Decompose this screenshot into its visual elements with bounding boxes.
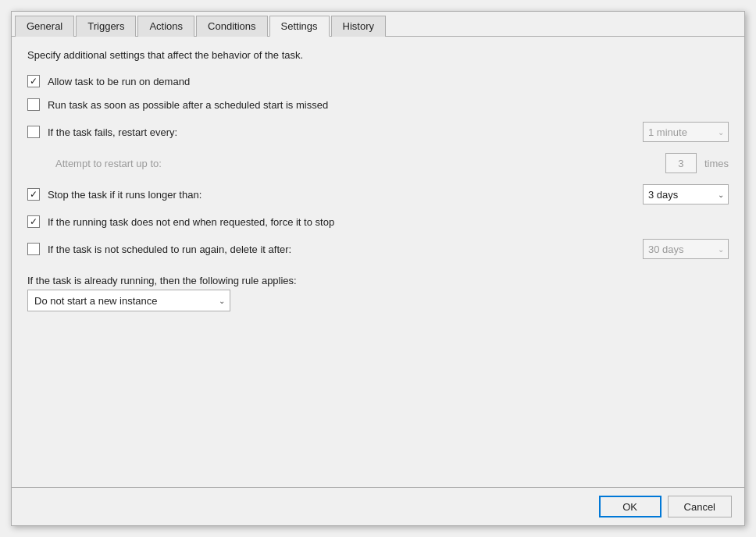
dropdown-stop-duration-value: 3 days <box>648 189 678 201</box>
checkbox-delete-after[interactable] <box>27 243 40 255</box>
tab-general[interactable]: General <box>15 16 74 37</box>
chevron-down-icon: ⌄ <box>718 128 724 137</box>
settings-content: Specify additional settings that affect … <box>12 37 744 487</box>
chevron-down-icon: ⌄ <box>718 190 724 199</box>
number-input-attempts[interactable] <box>665 153 697 173</box>
checkbox-allow-run[interactable] <box>27 75 40 87</box>
dropdown-restart-interval[interactable]: 1 minute ⌄ <box>643 122 729 142</box>
setting-row-restart: If the task fails, restart every: 1 minu… <box>27 122 729 142</box>
dropdown-stop-duration[interactable]: 3 days ⌄ <box>643 184 729 204</box>
tab-actions[interactable]: Actions <box>137 16 194 37</box>
dropdown-delete-duration[interactable]: 30 days ⌄ <box>643 239 729 259</box>
dropdown-instance-rule-value: Do not start a new instance <box>34 295 158 307</box>
label-delete-after: If the task is not scheduled to run agai… <box>48 244 635 255</box>
setting-row-run-missed: Run task as soon as possible after a sch… <box>27 98 729 111</box>
label-stop-longer: Stop the task if it runs longer than: <box>48 189 635 201</box>
times-label: times <box>704 158 729 169</box>
tab-history[interactable]: History <box>331 16 386 37</box>
ok-button[interactable]: OK <box>599 496 662 517</box>
cancel-button[interactable]: Cancel <box>668 496 732 517</box>
label-restart: If the task fails, restart every: <box>48 126 635 138</box>
bottom-bar: OK Cancel <box>12 487 744 525</box>
checkbox-stop-longer[interactable] <box>27 188 40 201</box>
tab-bar: General Triggers Actions Conditions Sett… <box>12 12 744 37</box>
setting-row-allow-run: Allow task to be run on demand <box>27 75 729 87</box>
checkbox-restart[interactable] <box>27 126 40 138</box>
label-allow-run: Allow task to be run on demand <box>48 76 729 87</box>
running-rule-label: If the task is already running, then the… <box>27 275 729 286</box>
chevron-down-icon: ⌄ <box>718 245 724 254</box>
label-attempt: Attempt to restart up to: <box>55 158 658 169</box>
dropdown-delete-duration-value: 30 days <box>648 244 684 255</box>
chevron-down-icon: ⌄ <box>219 297 225 305</box>
setting-row-stop-longer: Stop the task if it runs longer than: 3 … <box>27 184 729 204</box>
tab-conditions[interactable]: Conditions <box>196 16 267 37</box>
label-run-missed: Run task as soon as possible after a sch… <box>48 99 729 111</box>
checkbox-run-missed[interactable] <box>27 98 40 111</box>
task-dialog: General Triggers Actions Conditions Sett… <box>11 11 745 526</box>
settings-description: Specify additional settings that affect … <box>27 49 729 61</box>
setting-row-delete-after: If the task is not scheduled to run agai… <box>27 239 729 259</box>
dropdown-instance-rule[interactable]: Do not start a new instance ⌄ <box>27 290 230 311</box>
setting-row-attempt: Attempt to restart up to: times <box>55 153 729 173</box>
setting-row-force-stop: If the running task does not end when re… <box>27 215 729 228</box>
dropdown-restart-interval-value: 1 minute <box>648 126 687 138</box>
checkbox-force-stop[interactable] <box>27 215 40 228</box>
tab-triggers[interactable]: Triggers <box>76 16 136 37</box>
label-force-stop: If the running task does not end when re… <box>48 216 729 228</box>
tab-settings[interactable]: Settings <box>269 16 330 37</box>
